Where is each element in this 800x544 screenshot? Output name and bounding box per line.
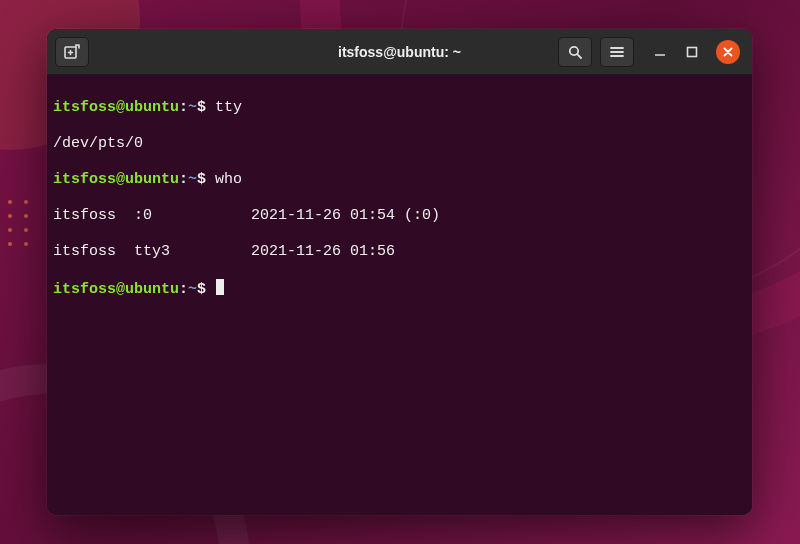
terminal-output: itsfoss :0 2021-11-26 01:54 (:0) bbox=[53, 207, 746, 225]
terminal-line: itsfoss@ubuntu:~$ tty bbox=[53, 99, 746, 117]
maximize-icon bbox=[686, 46, 698, 58]
command-text: tty bbox=[215, 99, 242, 116]
prompt-sep: : bbox=[179, 99, 188, 116]
terminal-line: itsfoss@ubuntu:~$ who bbox=[53, 171, 746, 189]
terminal-window: itsfoss@ubuntu: ~ bbox=[47, 29, 752, 515]
command-text: who bbox=[215, 171, 242, 188]
prompt-symbol: $ bbox=[197, 281, 206, 298]
terminal-output: /dev/pts/0 bbox=[53, 135, 746, 153]
close-button[interactable] bbox=[716, 40, 740, 64]
titlebar[interactable]: itsfoss@ubuntu: ~ bbox=[47, 29, 752, 75]
window-title: itsfoss@ubuntu: ~ bbox=[47, 44, 752, 60]
hamburger-icon bbox=[609, 44, 625, 60]
maximize-button[interactable] bbox=[684, 44, 700, 60]
new-tab-button[interactable] bbox=[55, 37, 89, 67]
minimize-button[interactable] bbox=[652, 44, 668, 60]
bg-dots bbox=[8, 200, 30, 246]
prompt-path: ~ bbox=[188, 281, 197, 298]
prompt-symbol: $ bbox=[197, 99, 206, 116]
search-icon bbox=[567, 44, 583, 60]
menu-button[interactable] bbox=[600, 37, 634, 67]
prompt-path: ~ bbox=[188, 171, 197, 188]
prompt-user-host: itsfoss@ubuntu bbox=[53, 281, 179, 298]
minimize-icon bbox=[654, 46, 666, 58]
close-icon bbox=[722, 46, 734, 58]
prompt-sep: : bbox=[179, 281, 188, 298]
prompt-path: ~ bbox=[188, 99, 197, 116]
prompt-symbol: $ bbox=[197, 171, 206, 188]
new-tab-icon bbox=[63, 43, 81, 61]
prompt-user-host: itsfoss@ubuntu bbox=[53, 99, 179, 116]
cursor bbox=[216, 279, 224, 295]
svg-rect-2 bbox=[688, 47, 697, 56]
terminal-line: itsfoss@ubuntu:~$ bbox=[53, 279, 746, 299]
terminal-output: itsfoss tty3 2021-11-26 01:56 bbox=[53, 243, 746, 261]
prompt-user-host: itsfoss@ubuntu bbox=[53, 171, 179, 188]
terminal-body[interactable]: itsfoss@ubuntu:~$ tty /dev/pts/0 itsfoss… bbox=[47, 75, 752, 515]
search-button[interactable] bbox=[558, 37, 592, 67]
prompt-sep: : bbox=[179, 171, 188, 188]
